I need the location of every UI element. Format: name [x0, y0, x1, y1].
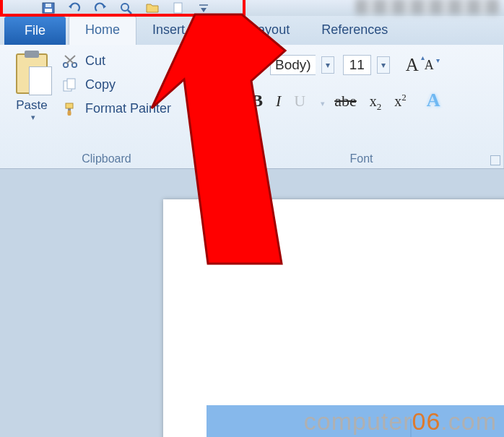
- tab-page-layout[interactable]: Page Layout: [201, 17, 305, 45]
- customize-qat-icon[interactable]: [198, 2, 211, 14]
- paste-button[interactable]: Paste: [7, 51, 56, 124]
- svg-rect-2: [45, 4, 51, 7]
- paste-label: Paste: [16, 98, 47, 113]
- svg-rect-13: [66, 103, 73, 108]
- tab-file[interactable]: File: [4, 17, 66, 45]
- text-effects-button[interactable]: A: [427, 90, 440, 111]
- group-clipboard: Paste Cut Copy: [0, 45, 214, 168]
- grow-font-button[interactable]: A▴: [406, 55, 419, 75]
- window-title-blurred: [355, 0, 500, 14]
- undo-icon[interactable]: [68, 2, 81, 14]
- cut-label: Cut: [85, 53, 105, 69]
- document-workspace: [0, 169, 504, 437]
- watermark-part1: computer: [304, 407, 412, 435]
- clipboard-dialog-launcher[interactable]: [200, 155, 210, 165]
- ribbon-tabs: File Home Insert Page Layout References: [0, 16, 504, 45]
- watermark-part2: 06: [412, 407, 440, 435]
- underline-dropdown[interactable]: [318, 92, 321, 111]
- shrink-font-button[interactable]: A▾: [425, 58, 434, 73]
- save-icon[interactable]: [42, 2, 55, 14]
- group-font-label: Font: [227, 150, 496, 167]
- copy-button[interactable]: Copy: [62, 77, 171, 92]
- font-name-combo[interactable]: Body): [270, 55, 316, 75]
- svg-rect-14: [68, 108, 71, 111]
- svg-line-4: [128, 10, 131, 14]
- watermark-part3: .com: [440, 407, 497, 435]
- copy-label: Copy: [85, 77, 116, 92]
- cut-button[interactable]: Cut: [62, 53, 171, 69]
- subscript-button[interactable]: x2: [370, 93, 382, 113]
- tab-home[interactable]: Home: [69, 16, 136, 45]
- tab-references[interactable]: References: [305, 17, 404, 45]
- document-page[interactable]: [163, 199, 504, 437]
- font-dialog-launcher[interactable]: [490, 155, 500, 165]
- superscript-button[interactable]: x2: [394, 92, 407, 110]
- svg-point-3: [121, 4, 129, 11]
- italic-button[interactable]: I: [276, 92, 281, 111]
- format-painter-label: Format Painter: [85, 101, 171, 116]
- strikethrough-button[interactable]: abe: [334, 92, 357, 111]
- format-painter-button[interactable]: Format Painter: [62, 101, 171, 116]
- font-name-dropdown-icon[interactable]: ▾: [321, 56, 334, 74]
- svg-rect-1: [45, 9, 52, 12]
- paste-dropdown-icon[interactable]: [29, 113, 35, 122]
- watermark: computer06.com: [304, 407, 497, 436]
- open-icon[interactable]: [146, 2, 159, 14]
- print-preview-icon[interactable]: [120, 2, 133, 14]
- paste-icon: [16, 53, 48, 94]
- bold-button[interactable]: B: [251, 91, 263, 111]
- font-size-dropdown-icon[interactable]: ▾: [377, 56, 390, 74]
- ribbon: Paste Cut Copy: [0, 45, 504, 169]
- tab-insert[interactable]: Insert: [136, 17, 201, 45]
- redo-icon[interactable]: [94, 2, 107, 14]
- underline-button[interactable]: U: [294, 92, 305, 111]
- new-icon[interactable]: [172, 2, 185, 14]
- scissors-icon: [62, 54, 78, 69]
- group-clipboard-label: Clipboard: [7, 150, 206, 167]
- copy-icon: [62, 78, 78, 92]
- paintbrush-icon: [62, 102, 78, 116]
- font-size-combo[interactable]: 11: [343, 55, 371, 75]
- svg-rect-5: [174, 3, 182, 13]
- group-font: Body) ▾ 11 ▾ A▴ A▾ B I U abe x2 x2 A Fon…: [214, 45, 504, 168]
- svg-rect-12: [67, 79, 75, 89]
